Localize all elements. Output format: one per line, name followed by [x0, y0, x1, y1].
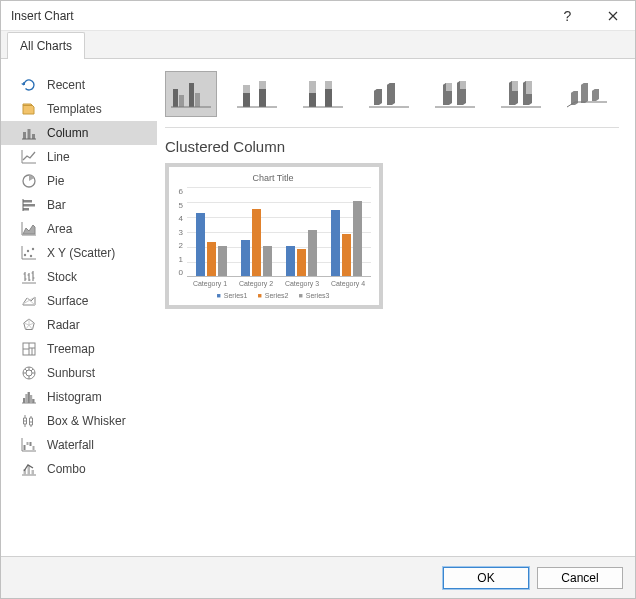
boxwhisker-icon — [21, 413, 37, 429]
svg-point-9 — [30, 255, 32, 257]
chart-main-panel: Clustered Column Chart Title 6543210 Cat… — [157, 59, 635, 556]
sidebar-item-area[interactable]: Area — [1, 217, 157, 241]
sidebar-item-label: Combo — [47, 462, 86, 476]
sidebar-item-surface[interactable]: Surface — [1, 289, 157, 313]
chart-preview[interactable]: Chart Title 6543210 Category 1Category 2… — [165, 163, 383, 309]
subtype-clustered-column-3d[interactable] — [363, 71, 415, 117]
ytick: 3 — [179, 228, 183, 237]
subtype-column-3d[interactable] — [561, 71, 613, 117]
histogram-icon — [21, 389, 37, 405]
svg-point-10 — [32, 248, 34, 250]
sidebar-item-sunburst[interactable]: Sunburst — [1, 361, 157, 385]
treemap-icon — [21, 341, 37, 357]
ytick: 1 — [179, 255, 183, 264]
sidebar-item-radar[interactable]: Radar — [1, 313, 157, 337]
templates-icon — [21, 101, 37, 117]
sidebar-item-bar[interactable]: Bar — [1, 193, 157, 217]
svg-rect-40 — [512, 81, 518, 91]
surface-icon — [21, 293, 37, 309]
sidebar-item-label: Waterfall — [47, 438, 94, 452]
area-icon — [21, 221, 37, 237]
chart-preview-plot — [187, 187, 371, 277]
svg-rect-29 — [195, 93, 200, 107]
bar-icon — [21, 197, 37, 213]
dialog-footer: OK Cancel — [1, 556, 635, 598]
tab-all-charts[interactable]: All Charts — [7, 32, 85, 59]
sunburst-icon — [21, 365, 37, 381]
sidebar-item-treemap[interactable]: Treemap — [1, 337, 157, 361]
svg-rect-37 — [325, 89, 332, 107]
sidebar-item-boxwhisker[interactable]: Box & Whisker — [1, 409, 157, 433]
cancel-button[interactable]: Cancel — [537, 567, 623, 589]
svg-rect-32 — [259, 89, 266, 107]
svg-rect-24 — [28, 466, 31, 475]
line-icon — [21, 149, 37, 165]
combo-icon — [21, 461, 37, 477]
dialog-body: RecentTemplatesColumnLinePieBarAreaX Y (… — [1, 59, 635, 556]
sidebar-item-label: Area — [47, 222, 72, 236]
sidebar-item-combo[interactable]: Combo — [1, 457, 157, 481]
ytick: 0 — [179, 268, 183, 277]
scatter-icon — [21, 245, 37, 261]
subtype-stacked-column-100[interactable] — [297, 71, 349, 117]
sidebar-item-recent[interactable]: Recent — [1, 73, 157, 97]
bar — [218, 246, 227, 276]
svg-rect-33 — [259, 81, 266, 89]
subtype-stacked-column[interactable] — [231, 71, 283, 117]
titlebar: Insert Chart ? — [1, 1, 635, 31]
subtype-stacked-column-100-3d[interactable] — [495, 71, 547, 117]
svg-rect-22 — [33, 446, 35, 450]
bar — [308, 230, 317, 277]
bar — [353, 201, 362, 276]
sidebar-item-column[interactable]: Column — [1, 121, 157, 145]
help-button[interactable]: ? — [545, 1, 590, 31]
svg-rect-18 — [32, 399, 34, 403]
svg-rect-4 — [23, 200, 32, 203]
help-icon: ? — [564, 8, 572, 24]
bar-group — [331, 201, 362, 276]
sidebar-item-pie[interactable]: Pie — [1, 169, 157, 193]
ok-button[interactable]: OK — [443, 567, 529, 589]
window-title: Insert Chart — [11, 9, 545, 23]
close-icon — [608, 11, 618, 21]
stacked-column-100-3d-icon — [499, 75, 543, 113]
svg-rect-14 — [23, 398, 25, 403]
chart-preview-legend: Series1 Series2 Series3 — [175, 292, 371, 299]
close-button[interactable] — [590, 1, 635, 31]
svg-rect-17 — [30, 395, 32, 403]
bar — [196, 213, 205, 276]
sidebar-item-stock[interactable]: Stock — [1, 265, 157, 289]
clustered-column-icon — [169, 75, 213, 113]
svg-rect-26 — [173, 89, 178, 107]
waterfall-icon — [21, 437, 37, 453]
svg-rect-28 — [189, 83, 194, 107]
sidebar-item-scatter[interactable]: X Y (Scatter) — [1, 241, 157, 265]
svg-rect-1 — [28, 129, 31, 139]
column-3d-icon — [565, 75, 609, 113]
tab-label: All Charts — [20, 39, 72, 53]
subtype-clustered-column[interactable] — [165, 71, 217, 117]
tab-strip: All Charts — [1, 31, 635, 59]
stacked-column-icon — [235, 75, 279, 113]
sidebar-item-waterfall[interactable]: Waterfall — [1, 433, 157, 457]
xtick: Category 3 — [285, 280, 319, 287]
svg-rect-5 — [23, 204, 35, 207]
sidebar-item-label: Radar — [47, 318, 80, 332]
legend-series2: Series2 — [258, 292, 289, 299]
svg-rect-19 — [24, 445, 26, 450]
clustered-column-3d-icon — [367, 75, 411, 113]
sidebar-item-templates[interactable]: Templates — [1, 97, 157, 121]
subtype-stacked-column-3d[interactable] — [429, 71, 481, 117]
sidebar-item-label: X Y (Scatter) — [47, 246, 115, 260]
sidebar-item-label: Stock — [47, 270, 77, 284]
sidebar-item-label: Bar — [47, 198, 66, 212]
sidebar-item-line[interactable]: Line — [1, 145, 157, 169]
radar-icon — [21, 317, 37, 333]
ytick: 4 — [179, 214, 183, 223]
legend-series1: Series1 — [217, 292, 248, 299]
sidebar-item-histogram[interactable]: Histogram — [1, 385, 157, 409]
svg-rect-31 — [243, 85, 250, 93]
insert-chart-dialog: Insert Chart ? All Charts RecentTemplate… — [0, 0, 636, 599]
svg-point-8 — [27, 250, 29, 252]
chart-preview-xaxis: Category 1Category 2Category 3Category 4 — [187, 280, 371, 287]
